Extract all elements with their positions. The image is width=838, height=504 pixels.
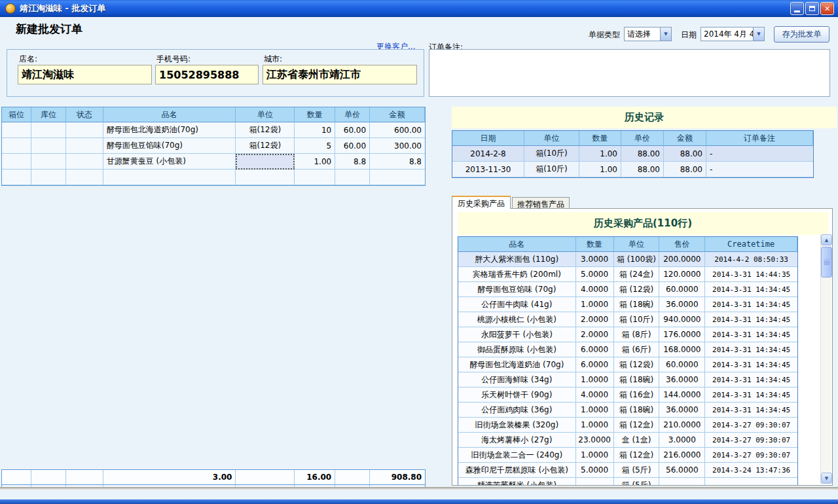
cell-status[interactable] bbox=[66, 138, 103, 154]
restore-button[interactable] bbox=[805, 2, 819, 15]
cell-price[interactable]: 60.00 bbox=[335, 138, 370, 154]
history-purchases-panel: 历史采购产品(110行) 品名 数量 单位 售价 Createtime 胖大人紫… bbox=[452, 208, 833, 486]
products-scrollbar[interactable]: ▲ ▼ bbox=[820, 234, 831, 484]
city-field[interactable]: 江苏省泰州市靖江市 bbox=[263, 65, 417, 84]
cell-unit[interactable] bbox=[236, 170, 295, 185]
cell-qty bbox=[576, 478, 614, 486]
restore-icon bbox=[809, 6, 815, 11]
order-totals-row: 3.00 16.00 908.80 bbox=[1, 469, 426, 485]
cell-price: 60.0000 bbox=[659, 282, 705, 297]
cell-status[interactable] bbox=[66, 154, 103, 170]
scroll-down-icon[interactable]: ▼ bbox=[821, 473, 832, 484]
cell-status[interactable] bbox=[66, 122, 103, 138]
product-row[interactable]: 旧街场盒装二合一 (240g) 1.0000 箱 (12盒) 216.0000 … bbox=[458, 448, 797, 463]
cell-name: 公仔面牛肉味 (41g) bbox=[458, 297, 576, 312]
cell-store[interactable] bbox=[31, 122, 66, 138]
col-header: 单位 bbox=[236, 107, 295, 122]
product-row[interactable]: 宾格瑞香蕉牛奶 (200ml) 5.0000 箱 (24盒) 120.0000 … bbox=[458, 267, 797, 282]
cell-unit: 箱 (18碗) bbox=[614, 372, 660, 387]
close-button[interactable]: ✕ bbox=[820, 2, 834, 15]
cell-qty[interactable]: 1.00 bbox=[295, 154, 335, 170]
tab-history-purchases[interactable]: 历史采购产品 bbox=[452, 196, 511, 209]
cell-store[interactable] bbox=[31, 154, 66, 170]
doc-type-select[interactable]: 请选择 ▼ bbox=[624, 27, 672, 41]
product-row[interactable]: 永阳菠萝干 (小包装) 2.0000 箱 (8斤) 176.0000 2014-… bbox=[458, 327, 797, 342]
cell-price: 88.00 bbox=[621, 146, 664, 162]
order-row[interactable] bbox=[2, 170, 425, 185]
cell-unit: 箱 (12盒) bbox=[614, 448, 660, 463]
history-title-band: 历史记录 bbox=[452, 107, 837, 128]
product-row[interactable]: 森雅印尼千层糕原味 (小包装) 5.0000 箱 (5斤) 56.0000 20… bbox=[458, 463, 797, 478]
phone-field[interactable]: 15052895888 bbox=[155, 65, 259, 84]
date-select[interactable]: 2014年 4月 4日 ▼ bbox=[701, 27, 765, 41]
cell-qty: 1.0000 bbox=[576, 403, 614, 418]
cell-box[interactable] bbox=[2, 154, 31, 170]
cell-product-name[interactable]: 甘源蟹黄蚕豆 (小包装) bbox=[103, 154, 236, 170]
cell-unit: 箱 (10斤) bbox=[614, 312, 660, 327]
cell-qty: 1.0000 bbox=[576, 448, 614, 463]
product-row[interactable]: 胖大人紫米面包 (110g) 3.0000 箱 (100袋) 200.0000 … bbox=[458, 252, 797, 267]
product-row[interactable]: 桃源小核桃仁 (小包装) 2.0000 箱 (10斤) 940.0000 201… bbox=[458, 312, 797, 327]
doc-type-label: 单据类型 bbox=[589, 29, 620, 41]
cell-amount[interactable]: 300.00 bbox=[370, 138, 425, 154]
cell-qty: 1.0000 bbox=[576, 297, 614, 312]
cell-product-name[interactable]: 酵母面包北海道奶油(70g) bbox=[103, 122, 236, 138]
order-row[interactable]: 酵母面包豆馅味(70g) 箱(12袋) 5 60.00 300.00 bbox=[2, 138, 425, 154]
minimize-button[interactable] bbox=[790, 2, 804, 15]
cell-product-name[interactable] bbox=[103, 170, 236, 185]
cell-amount[interactable]: 8.8 bbox=[370, 154, 425, 170]
history-row[interactable]: 2013-11-30 箱(10斤) 1.00 88.00 88.00 - bbox=[452, 162, 813, 177]
cell-box[interactable] bbox=[2, 122, 31, 138]
window-bottom-edge bbox=[0, 499, 838, 504]
order-row[interactable]: 酵母面包北海道奶油(70g) 箱(12袋) 10 60.00 600.00 bbox=[2, 122, 425, 138]
cell-price[interactable]: 60.00 bbox=[335, 122, 370, 138]
cell-unit[interactable]: 箱(12袋) bbox=[236, 122, 295, 138]
cell-store[interactable] bbox=[31, 170, 66, 185]
scrollbar-thumb[interactable] bbox=[821, 247, 832, 278]
save-wholesale-button[interactable]: 存为批发单 bbox=[774, 26, 829, 43]
product-row[interactable]: 公仔面海鲜味 (34g) 1.0000 箱 (18碗) 36.0000 2014… bbox=[458, 372, 797, 387]
product-row[interactable]: 海太烤薯棒小 (27g) 23.0000 盒 (1盒) 3.0000 2014-… bbox=[458, 433, 797, 448]
cell-price[interactable]: 8.8 bbox=[335, 154, 370, 170]
product-row[interactable]: 乐天树叶饼干 (90g) 4.0000 箱 (16盒) 144.0000 201… bbox=[458, 387, 797, 403]
scroll-up-icon[interactable]: ▲ bbox=[821, 234, 832, 245]
minimize-icon bbox=[794, 10, 800, 12]
history-row[interactable]: 2014-2-8 箱(10斤) 1.00 88.00 88.00 - bbox=[452, 146, 813, 162]
cell-qty[interactable]: 10 bbox=[295, 122, 335, 138]
col-header: 售价 bbox=[659, 237, 705, 252]
product-row[interactable]: 公仔面牛肉味 (41g) 1.0000 箱 (18碗) 36.0000 2014… bbox=[458, 297, 797, 312]
cell-status[interactable] bbox=[66, 170, 103, 185]
chevron-down-icon[interactable]: ▼ bbox=[660, 27, 671, 41]
cell-box[interactable] bbox=[2, 138, 31, 154]
cell-price[interactable] bbox=[335, 170, 370, 185]
order-row[interactable]: 甘源蟹黄蚕豆 (小包装) 1.00 8.8 8.8 bbox=[2, 154, 425, 170]
products-table: 品名 数量 单位 售价 Createtime 胖大人紫米面包 (110g) 3.… bbox=[458, 236, 798, 486]
cell-amount[interactable] bbox=[370, 170, 425, 185]
chevron-down-icon[interactable]: ▼ bbox=[753, 27, 764, 41]
cell-amount[interactable]: 600.00 bbox=[370, 122, 425, 138]
cell-qty[interactable] bbox=[295, 170, 335, 185]
cell-box[interactable] bbox=[2, 170, 31, 185]
product-row[interactable]: 御品蛋酥原味 (小包装) 6.0000 箱 (6斤) 168.0000 2014… bbox=[458, 342, 797, 357]
cell-unit: 箱(10斤) bbox=[524, 146, 579, 162]
cell-createtime: 2014-3-31 14:34:45 bbox=[705, 372, 797, 387]
cell-store[interactable] bbox=[31, 138, 66, 154]
cell-qty: 23.0000 bbox=[576, 433, 614, 448]
product-row-clipped[interactable]: 精选苦荞酥米 (小包装) 箱 (5斤) bbox=[458, 478, 797, 486]
titlebar[interactable]: 靖江淘滋味 - 批发订单 ✕ bbox=[0, 0, 838, 17]
store-name-field[interactable]: 靖江淘滋味 bbox=[18, 65, 152, 84]
cell-unit[interactable]: 箱(12袋) bbox=[236, 138, 295, 154]
order-remarks-textarea[interactable] bbox=[429, 49, 830, 97]
cell-qty[interactable]: 5 bbox=[295, 138, 335, 154]
selected-unit-cell[interactable] bbox=[236, 154, 295, 170]
product-row[interactable]: 旧街场盒装榛果 (320g) 1.0000 箱 (12盒) 210.0000 2… bbox=[458, 418, 797, 433]
product-row[interactable]: 酵母面包豆馅味 (70g) 4.0000 箱 (12袋) 60.0000 201… bbox=[458, 282, 797, 297]
cell-product-name[interactable]: 酵母面包豆馅味(70g) bbox=[103, 138, 236, 154]
product-row[interactable]: 酵母面包北海道奶油 (70g) 6.0000 箱 (12袋) 60.0000 2… bbox=[458, 357, 797, 372]
cell-unit: 箱 (12袋) bbox=[614, 357, 660, 372]
totals-empty bbox=[335, 470, 370, 484]
cell-createtime: 2014-3-31 14:34:45 bbox=[705, 342, 797, 357]
cell-price bbox=[659, 478, 705, 486]
product-row[interactable]: 公仔面鸡肉味 (36g) 1.0000 箱 (18碗) 36.0000 2014… bbox=[458, 403, 797, 418]
tab-recommended-products[interactable]: 推荐销售产品 bbox=[512, 197, 570, 209]
